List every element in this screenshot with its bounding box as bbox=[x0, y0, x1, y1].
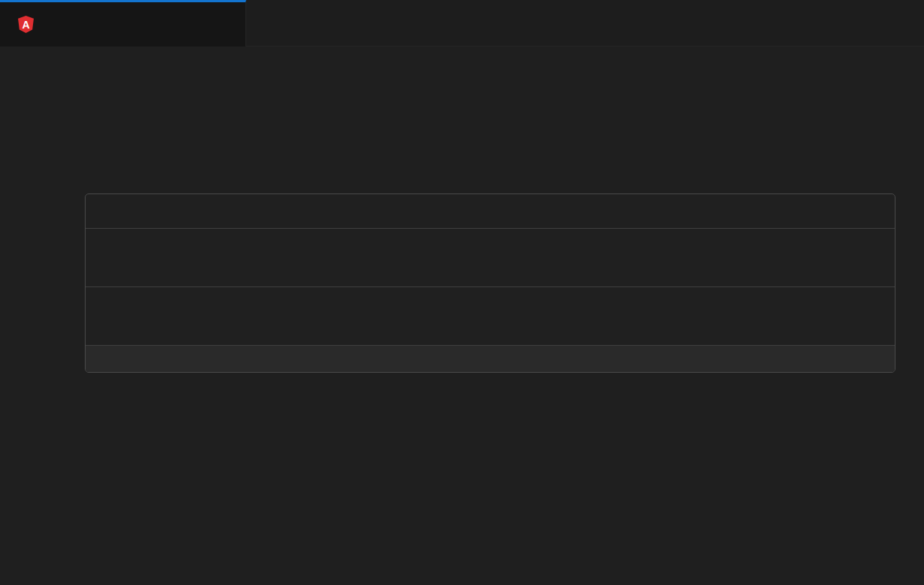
hover-popup bbox=[85, 194, 895, 373]
hover-action-bar bbox=[86, 346, 895, 372]
breadcrumb bbox=[0, 46, 924, 75]
tab-bar: A bbox=[0, 0, 924, 46]
hover-ts-diagnostic bbox=[86, 194, 895, 229]
angular-icon: A bbox=[18, 16, 34, 33]
hover-module-info bbox=[86, 287, 895, 346]
hover-eslint-diagnostic bbox=[86, 229, 895, 287]
tab-products-module[interactable]: A bbox=[0, 0, 246, 46]
code-editor[interactable] bbox=[0, 75, 924, 585]
